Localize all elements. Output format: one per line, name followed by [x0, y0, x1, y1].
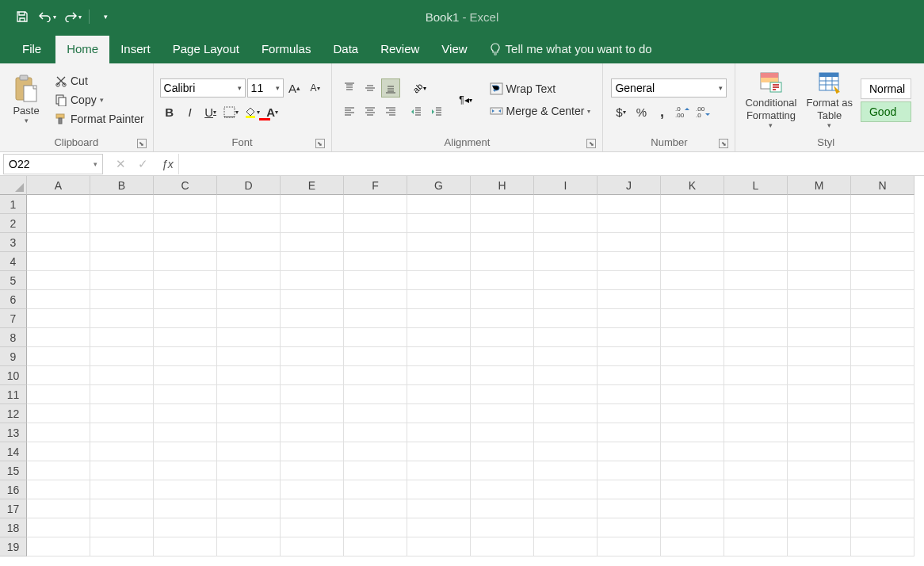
tab-page-layout[interactable]: Page Layout — [162, 36, 250, 63]
cell[interactable] — [407, 347, 471, 366]
cell[interactable] — [90, 461, 154, 480]
cell[interactable] — [471, 195, 534, 214]
cell[interactable] — [471, 480, 534, 499]
cell[interactable] — [90, 423, 154, 442]
cell[interactable] — [598, 233, 661, 252]
cell[interactable] — [788, 385, 851, 404]
cell[interactable] — [27, 233, 90, 252]
cell[interactable] — [217, 385, 281, 404]
tab-formulas[interactable]: Formulas — [250, 36, 323, 63]
cell[interactable] — [407, 271, 471, 290]
row-header[interactable]: 5 — [0, 271, 27, 290]
cell[interactable] — [154, 214, 217, 233]
row-header[interactable]: 1 — [0, 195, 27, 214]
cell[interactable] — [27, 480, 90, 499]
cell[interactable] — [344, 442, 407, 461]
cell[interactable] — [788, 233, 851, 252]
cell[interactable] — [27, 499, 90, 518]
cell[interactable] — [661, 290, 724, 309]
cell[interactable] — [598, 423, 661, 442]
cell[interactable] — [154, 309, 217, 328]
cell[interactable] — [534, 442, 598, 461]
cell[interactable] — [407, 404, 471, 423]
cell[interactable] — [661, 537, 724, 556]
cell[interactable] — [534, 404, 598, 423]
tell-me-search[interactable]: Tell me what you want to do — [479, 36, 663, 63]
cell[interactable] — [598, 461, 661, 480]
cell[interactable] — [407, 290, 471, 309]
row-header[interactable]: 2 — [0, 214, 27, 233]
cell[interactable] — [154, 404, 217, 423]
dialog-launcher-icon[interactable]: ⬊ — [137, 139, 147, 148]
cell[interactable] — [724, 499, 788, 518]
style-good[interactable]: Good — [861, 101, 911, 122]
cell[interactable] — [281, 309, 344, 328]
cell[interactable] — [154, 423, 217, 442]
column-header[interactable]: M — [788, 176, 851, 195]
cell[interactable] — [788, 423, 851, 442]
cell[interactable] — [344, 423, 407, 442]
cell[interactable] — [281, 423, 344, 442]
cell[interactable] — [217, 537, 281, 556]
cell[interactable] — [788, 252, 851, 271]
cell[interactable] — [217, 252, 281, 271]
cell[interactable] — [534, 290, 598, 309]
tab-insert[interactable]: Insert — [109, 36, 162, 63]
row-header[interactable]: 19 — [0, 537, 27, 556]
cell[interactable] — [661, 195, 724, 214]
cell[interactable] — [281, 328, 344, 347]
column-header[interactable]: A — [27, 176, 90, 195]
cells-area[interactable] — [27, 195, 914, 556]
cell[interactable] — [217, 214, 281, 233]
number-format-combo[interactable]: General ▾ — [611, 78, 727, 98]
cell[interactable] — [598, 518, 661, 537]
cell[interactable] — [724, 271, 788, 290]
cell[interactable] — [788, 366, 851, 385]
row-header[interactable]: 3 — [0, 233, 27, 252]
cell[interactable] — [598, 404, 661, 423]
cell[interactable] — [598, 537, 661, 556]
cell[interactable] — [217, 328, 281, 347]
decrease-font-button[interactable]: A▾ — [306, 78, 325, 98]
formula-input[interactable] — [178, 154, 924, 174]
cell[interactable] — [471, 252, 534, 271]
cell[interactable] — [407, 195, 471, 214]
cell[interactable] — [851, 442, 914, 461]
cell[interactable] — [90, 290, 154, 309]
cell[interactable] — [598, 366, 661, 385]
cell[interactable] — [724, 233, 788, 252]
cell[interactable] — [471, 423, 534, 442]
cell[interactable] — [344, 537, 407, 556]
cell[interactable] — [724, 195, 788, 214]
row-header[interactable]: 10 — [0, 366, 27, 385]
cell[interactable] — [344, 385, 407, 404]
cell[interactable] — [344, 328, 407, 347]
cell[interactable] — [407, 442, 471, 461]
cell[interactable] — [851, 290, 914, 309]
orientation-button[interactable]: ab ▾ — [407, 78, 433, 98]
cell[interactable] — [471, 442, 534, 461]
column-header[interactable]: K — [661, 176, 724, 195]
fx-icon[interactable]: ƒx — [157, 158, 178, 170]
cell[interactable] — [534, 233, 598, 252]
comma-button[interactable]: , — [652, 102, 671, 121]
column-header[interactable]: I — [534, 176, 598, 195]
cell[interactable] — [598, 214, 661, 233]
column-header[interactable]: B — [90, 176, 154, 195]
cell[interactable] — [154, 347, 217, 366]
column-header[interactable]: G — [407, 176, 471, 195]
cell[interactable] — [471, 271, 534, 290]
cell[interactable] — [217, 195, 281, 214]
italic-button[interactable]: I — [181, 102, 200, 121]
cell[interactable] — [90, 537, 154, 556]
cell[interactable] — [281, 499, 344, 518]
cell[interactable] — [27, 461, 90, 480]
paste-button[interactable]: Paste ▾ — [8, 71, 44, 128]
cell[interactable] — [471, 328, 534, 347]
cell[interactable] — [724, 461, 788, 480]
cell[interactable] — [534, 423, 598, 442]
cell[interactable] — [661, 233, 724, 252]
cell[interactable] — [851, 461, 914, 480]
column-header[interactable]: D — [217, 176, 281, 195]
column-header[interactable]: N — [851, 176, 914, 195]
